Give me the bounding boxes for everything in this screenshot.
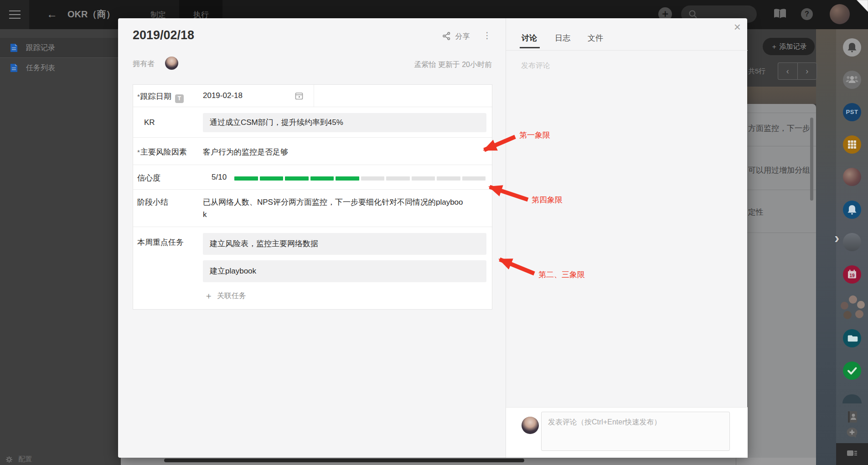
hamburger-icon[interactable]	[0, 0, 29, 29]
modal-main: 2019/02/18 分享 ⋮ 拥有者 孟紫怡 更新于 20小时前 *跟踪日期T…	[118, 18, 506, 458]
confidence-segment	[386, 176, 410, 181]
screen: ← OKR（商） 制定 执行 ＋ ? 跟踪记录 任务列表 配置 ＋ 添加记录	[0, 0, 868, 465]
app-title: OKR（商）	[67, 8, 115, 21]
risk-value[interactable]: 客户行为的监控是否足够	[203, 147, 288, 157]
prev-page-button[interactable]: ‹	[778, 62, 797, 80]
track-date-label: 跟踪日期	[140, 92, 171, 101]
confidence-segment	[310, 176, 334, 181]
contacts-book-icon[interactable]	[843, 408, 861, 426]
sidebar-item-track-records[interactable]: 跟踪记录	[0, 38, 121, 58]
field-confidence: 信心度 5/10	[133, 165, 492, 190]
share-label: 分享	[455, 32, 470, 40]
field-risk: *主要风险因素 客户行为的监控是否足够	[133, 138, 492, 165]
tab-files[interactable]: 文件	[588, 33, 603, 43]
active-tab-underline	[520, 47, 540, 48]
calendar-icon[interactable]	[295, 92, 303, 100]
confidence-segment	[361, 176, 385, 181]
feedback-chat-icon[interactable]	[843, 424, 861, 442]
field-kr: KR 通过成立CSM部门，提升续约率到45%	[133, 107, 492, 138]
required-marker: *	[137, 93, 140, 100]
more-menu-icon[interactable]: ⋮	[483, 30, 491, 41]
table-cell-fragment: 定性	[748, 207, 764, 217]
row-count-label: 共5行	[748, 67, 765, 76]
team-people-icon[interactable]	[843, 71, 861, 89]
column-divider	[314, 85, 314, 107]
confidence-value: 5/10	[212, 173, 227, 182]
confidence-segment	[234, 176, 258, 181]
confidence-segment	[412, 176, 435, 181]
table-cell-fragment: 可以用过增加分组	[748, 165, 810, 176]
hidden-app-arc	[842, 394, 862, 403]
plus-icon: ＋	[204, 291, 213, 300]
app-grid-icon[interactable]	[843, 135, 861, 154]
field-type-badge: T	[175, 94, 184, 103]
next-page-button[interactable]: ›	[797, 62, 817, 80]
avatar-man[interactable]	[843, 233, 861, 251]
pst-workspace-icon[interactable]: PST	[843, 103, 861, 121]
check-app-icon[interactable]	[843, 362, 861, 380]
link-task-label: 关联任务	[217, 292, 246, 300]
confidence-segment	[437, 176, 460, 181]
comment-input[interactable]	[541, 412, 730, 451]
guide-book-icon[interactable]	[773, 8, 787, 22]
svg-text:19: 19	[849, 273, 855, 278]
comment-footer	[506, 407, 748, 458]
wallpaper-band	[747, 87, 816, 104]
post-comment-placeholder[interactable]: 发布评论	[521, 61, 550, 71]
panel-divider	[506, 50, 748, 51]
task-item[interactable]: 建立风险表，监控主要网络数据	[203, 233, 486, 255]
share-button[interactable]: 分享	[443, 32, 470, 41]
track-record-modal: 2019/02/18 分享 ⋮ 拥有者 孟紫怡 更新于 20小时前 *跟踪日期T…	[118, 18, 747, 458]
table-column-divider	[736, 458, 736, 465]
record-date-title: 2019/02/18	[133, 28, 194, 42]
record-form: *跟踪日期T 2019-02-18 KR 通过成立CSM部门，提升续约率到45%…	[133, 84, 492, 310]
kr-value[interactable]: 通过成立CSM部门，提升续约率到45%	[203, 113, 486, 132]
track-date-value[interactable]: 2019-02-18	[203, 91, 243, 100]
rail-bottom-icon[interactable]	[836, 443, 868, 465]
kr-label: KR	[144, 118, 155, 127]
field-summary: 阶段小结 已从网络人数、NPS评分两方面监控，下一步要细化针对不同情况的play…	[133, 190, 492, 227]
settings-label: 配置	[18, 455, 32, 463]
sidebar: 跟踪记录 任务列表 配置	[0, 29, 121, 465]
sidebar-item-label: 跟踪记录	[26, 43, 55, 53]
add-record-button[interactable]: ＋ 添加记录	[763, 38, 815, 55]
tasks-label: 本周重点任务	[137, 237, 184, 248]
owner-avatar[interactable]	[165, 57, 178, 70]
app-rail: PST 19	[836, 29, 868, 465]
field-weekly-tasks: 本周重点任务 建立风险表，监控主要网络数据 建立playbook ＋关联任务	[133, 227, 492, 310]
user-avatar[interactable]	[830, 4, 850, 24]
settings-link[interactable]: 配置	[5, 455, 32, 465]
commenter-avatar	[522, 417, 539, 434]
discussion-panel: × 讨论 日志 文件 发布评论	[506, 18, 747, 458]
back-arrow-icon[interactable]: ←	[46, 8, 57, 21]
confidence-segment	[336, 176, 359, 181]
table-cell-fragment: 方面监控，下一步	[748, 123, 810, 134]
calendar-app-icon[interactable]: 19	[843, 265, 861, 284]
confidence-segment	[285, 176, 309, 181]
risk-label: 主要风险因素	[140, 148, 187, 156]
link-task-button[interactable]: ＋关联任务	[204, 290, 246, 302]
help-icon[interactable]: ?	[801, 8, 813, 20]
required-marker: *	[137, 148, 140, 156]
notification-bell-icon[interactable]	[843, 38, 861, 57]
field-track-date: *跟踪日期T 2019-02-18	[133, 85, 492, 107]
collapse-chevron-icon[interactable]: ›	[834, 229, 839, 247]
sidebar-item-task-list[interactable]: 任务列表	[0, 58, 121, 78]
confidence-segment	[462, 176, 486, 181]
avatar-girl[interactable]	[843, 168, 861, 186]
gear-icon	[5, 456, 13, 463]
tab-discussion[interactable]: 讨论	[522, 33, 537, 43]
close-icon[interactable]: ×	[734, 20, 741, 34]
confidence-bar[interactable]	[234, 176, 486, 181]
avatar-cluster[interactable]	[840, 295, 864, 321]
pagination: ‹ ›	[778, 62, 817, 80]
message-bell-icon[interactable]	[843, 201, 861, 219]
mouse-cursor	[856, 0, 868, 12]
table-scrollbar[interactable]	[810, 118, 813, 201]
folder-app-icon[interactable]	[843, 329, 861, 347]
summary-value[interactable]: 已从网络人数、NPS评分两方面监控，下一步要细化针对不同情况的playbook	[203, 196, 466, 221]
horizontal-scrollbar[interactable]	[164, 459, 524, 462]
task-item[interactable]: 建立playbook	[203, 260, 486, 282]
confidence-label: 信心度	[137, 173, 160, 183]
tab-log[interactable]: 日志	[555, 33, 570, 43]
